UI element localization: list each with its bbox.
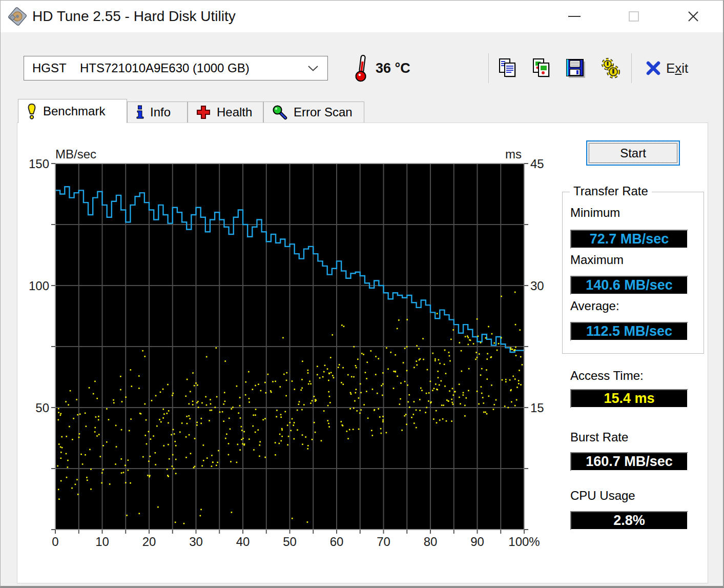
svg-text:90: 90 bbox=[470, 535, 484, 549]
copy-image-icon bbox=[530, 57, 553, 79]
svg-text:150: 150 bbox=[29, 157, 49, 171]
app-hdd-icon bbox=[8, 7, 27, 26]
error-scan-magnifier-icon bbox=[272, 104, 288, 120]
save-button[interactable] bbox=[563, 56, 588, 80]
save-icon bbox=[564, 57, 587, 79]
svg-text:50: 50 bbox=[35, 401, 49, 415]
maximum-label: Maximum bbox=[570, 253, 624, 267]
svg-text:70: 70 bbox=[377, 535, 390, 549]
tab-benchmark[interactable]: Benchmark bbox=[18, 99, 127, 123]
close-button[interactable] bbox=[670, 1, 717, 32]
info-icon bbox=[135, 105, 144, 120]
toolbar-separator bbox=[631, 53, 632, 83]
chevron-down-icon bbox=[308, 66, 318, 71]
benchmark-bulb-icon bbox=[26, 103, 37, 119]
exit-label: Exit bbox=[666, 60, 688, 76]
tab-label: Health bbox=[217, 105, 252, 119]
start-button-label: Start bbox=[589, 143, 677, 163]
svg-text:15: 15 bbox=[530, 401, 544, 415]
access-time-value: 15.4 ms bbox=[570, 389, 688, 408]
average-label: Average: bbox=[570, 299, 619, 313]
minimize-icon bbox=[568, 16, 581, 17]
tab-health[interactable]: Health bbox=[188, 102, 263, 123]
copy-screenshot-button[interactable] bbox=[529, 56, 554, 80]
drive-selector-value: HGST HTS721010A9E630 (1000 GB) bbox=[32, 61, 308, 75]
svg-text:45: 45 bbox=[530, 157, 544, 171]
svg-text:MB/sec: MB/sec bbox=[55, 147, 96, 161]
svg-text:10: 10 bbox=[95, 535, 109, 549]
svg-text:30: 30 bbox=[189, 535, 203, 549]
options-button[interactable] bbox=[598, 56, 623, 80]
tab-label: Error Scan bbox=[294, 105, 353, 119]
svg-text:20: 20 bbox=[142, 535, 156, 549]
svg-text:100%: 100% bbox=[508, 535, 540, 549]
average-value: 112.5 MB/sec bbox=[570, 322, 688, 341]
toolbar: HGST HTS721010A9E630 (1000 GB) 36 °C bbox=[1, 32, 723, 97]
maximum-value: 140.6 MB/sec bbox=[570, 276, 688, 295]
toolbar-separator bbox=[488, 53, 489, 83]
drive-selector-dropdown[interactable]: HGST HTS721010A9E630 (1000 GB) bbox=[24, 56, 328, 80]
burst-rate-label: Burst Rate bbox=[570, 430, 628, 444]
minimum-value: 72.7 MB/sec bbox=[570, 230, 688, 249]
cpu-usage-value: 2.8% bbox=[570, 511, 688, 530]
svg-text:30: 30 bbox=[530, 279, 544, 293]
svg-text:40: 40 bbox=[236, 535, 250, 549]
tab-label: Benchmark bbox=[43, 104, 105, 118]
close-icon bbox=[687, 10, 700, 23]
maximize-icon bbox=[629, 11, 639, 22]
copy-text-icon bbox=[497, 57, 519, 79]
exit-x-icon bbox=[645, 60, 661, 76]
tab-label: Info bbox=[150, 105, 171, 119]
title-bar: HD Tune 2.55 - Hard Disk Utility bbox=[1, 1, 723, 32]
svg-text:60: 60 bbox=[330, 535, 344, 549]
svg-text:0: 0 bbox=[52, 535, 58, 549]
access-time-label: Access Time: bbox=[570, 369, 644, 383]
tab-info[interactable]: Info bbox=[127, 102, 188, 123]
app-window: HD Tune 2.55 - Hard Disk Utility HGST HT… bbox=[0, 0, 724, 588]
thermometer-icon bbox=[355, 54, 369, 83]
options-gears-icon bbox=[599, 57, 622, 79]
exit-button[interactable]: Exit bbox=[645, 56, 688, 80]
burst-rate-value: 160.7 MB/sec bbox=[570, 452, 688, 471]
start-button[interactable]: Start bbox=[586, 140, 680, 166]
copy-text-button[interactable] bbox=[495, 56, 520, 80]
health-cross-icon bbox=[196, 105, 211, 120]
svg-text:80: 80 bbox=[424, 535, 438, 549]
tab-errorscan[interactable]: Error Scan bbox=[263, 102, 364, 123]
minimize-button[interactable] bbox=[551, 1, 598, 32]
window-title: HD Tune 2.55 - Hard Disk Utility bbox=[32, 1, 236, 32]
maximize-button[interactable] bbox=[610, 1, 657, 32]
svg-text:50: 50 bbox=[283, 535, 297, 549]
transfer-rate-title: Transfer Rate bbox=[570, 184, 652, 198]
svg-text:100: 100 bbox=[29, 279, 49, 293]
cpu-usage-label: CPU Usage bbox=[570, 489, 635, 503]
temperature-value: 36 °C bbox=[376, 56, 410, 80]
svg-text:ms: ms bbox=[505, 147, 522, 161]
minimum-label: Minimum bbox=[570, 206, 620, 220]
benchmark-chart: 0102030405060708090100%15010050453015MB/… bbox=[21, 147, 554, 557]
